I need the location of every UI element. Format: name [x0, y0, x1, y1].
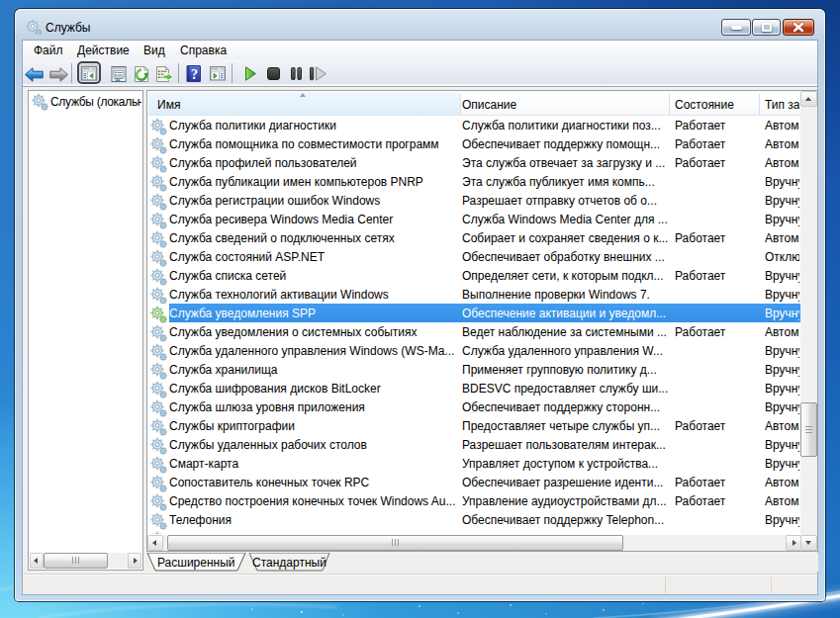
- svg-text:?: ?: [191, 67, 198, 82]
